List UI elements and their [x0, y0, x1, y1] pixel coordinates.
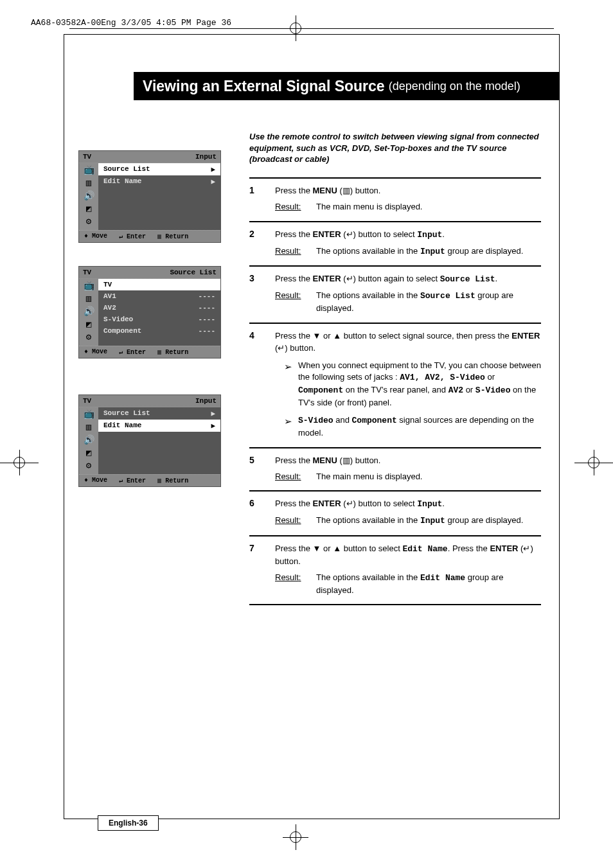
enter-icon: ↵ [346, 274, 353, 283]
osd-row: Edit Name ▶ [98, 175, 220, 188]
osd-row-label: S-Video [103, 315, 133, 323]
osd-icon: 📺 [84, 281, 94, 290]
crop-mark-right [574, 450, 613, 475]
osd-row-val: ▶ [211, 177, 215, 186]
osd-row-label: AV1 [103, 292, 116, 300]
osd-ftr-return: ▥ Return [157, 233, 188, 240]
step-body: Press the ▼ or ▲ button to select signal… [275, 330, 541, 439]
osd-icon: 📺 [84, 410, 94, 419]
osd-iconcol: 📺 ▥ 🔊 ◩ ⚙ [79, 279, 98, 346]
page-title-bar: Viewing an External Signal Source (depen… [134, 72, 559, 100]
print-header: AA68-03582A-00Eng 3/3/05 4:05 PM Page 36 [31, 18, 231, 28]
osd-row: Source List ▶ [98, 163, 220, 175]
step-body: Press the ▼ or ▲ button to select Edit N… [275, 543, 541, 596]
step-body: Press the ENTER (↵) button to select Inp… [275, 498, 541, 527]
osd-ftr-move: ♦ Move [84, 233, 107, 240]
osd-row-label: AV2 [103, 304, 116, 312]
result-label: Result: [275, 201, 316, 213]
osd-panel-source-list: TV Source List 📺 ▥ 🔊 ◩ ⚙ TV AV1 ---- AV2… [78, 266, 221, 359]
note-arrow-icon: ➢ [284, 360, 298, 409]
result-text: The main menu is displayed. [316, 201, 422, 213]
osd-icon: 🔊 [84, 436, 94, 445]
enter-icon: ↵ [278, 343, 285, 353]
page-title: Viewing an External Signal Source [143, 78, 385, 95]
result-text: The options available in the Source List… [316, 290, 541, 315]
osd-row-val: ▶ [211, 409, 215, 418]
osd-row-val: ▶ [211, 165, 215, 173]
osd-icon: ▥ [86, 179, 91, 188]
step: 4 Press the ▼ or ▲ button to select sign… [249, 323, 541, 447]
page-number: English-36 [98, 815, 159, 831]
osd-row-val: ---- [199, 327, 215, 335]
osd-icon: ◩ [86, 204, 91, 213]
osd-row: Edit Name ▶ [98, 420, 220, 432]
step: 7 Press the ▼ or ▲ button to select Edit… [249, 535, 541, 605]
osd-row-label: Component [103, 327, 141, 335]
osd-ftr-return: ▥ Return [157, 477, 188, 484]
enter-icon: ↵ [523, 544, 530, 553]
step-number: 2 [249, 229, 275, 258]
page-subtitle: (depending on the model) [389, 80, 520, 93]
menu-icon: ▥ [342, 456, 350, 465]
osd-row-val: ▶ [211, 421, 215, 430]
osd-icon: 🔊 [84, 307, 94, 316]
result-label: Result: [275, 471, 316, 483]
step-subnote: ➢ When you connect equipment to the TV, … [275, 360, 541, 409]
osd-icon: ▥ [86, 294, 91, 303]
step-number: 4 [249, 330, 275, 439]
osd-row: AV2 ---- [98, 302, 220, 314]
osd-row-val: ---- [199, 292, 215, 300]
osd-hdr-left: TV [83, 269, 91, 276]
result-label: Result: [275, 245, 316, 258]
osd-hdr-left: TV [83, 153, 91, 161]
osd-icon: ⚙ [86, 333, 91, 342]
osd-row-val: ---- [199, 315, 215, 323]
result-text: The options available in the Input group… [316, 245, 523, 258]
result-text: The main menu is displayed. [316, 471, 422, 483]
page-inner-rule [69, 28, 554, 29]
step-number: 7 [249, 543, 275, 596]
osd-ftr-move: ♦ Move [84, 477, 107, 484]
enter-icon: ↵ [346, 229, 353, 239]
osd-icon: ⚙ [86, 217, 91, 226]
osd-row: Source List ▶ [98, 407, 220, 420]
step-number: 5 [249, 455, 275, 483]
osd-row-label: Source List [103, 409, 150, 418]
osd-iconcol: 📺 ▥ 🔊 ◩ ⚙ [79, 163, 98, 230]
result-label: Result: [275, 290, 316, 315]
step: 6 Press the ENTER (↵) button to select I… [249, 490, 541, 535]
step-body: Press the ENTER (↵) button to select Inp… [275, 229, 541, 258]
osd-row: S-Video ---- [98, 314, 220, 325]
crop-mark-bottom [283, 824, 308, 850]
enter-icon: ↵ [346, 499, 353, 508]
osd-panel-input-2: TV Input 📺 ▥ 🔊 ◩ ⚙ Source List ▶ Edit Na… [78, 394, 221, 487]
osd-row-label: TV [103, 281, 112, 288]
osd-row-label: Edit Name [103, 177, 141, 186]
steps-list: 1 Press the MENU (▥) button. Result: The… [249, 177, 541, 605]
osd-hdr-right: Input [195, 153, 217, 161]
osd-row: TV [98, 279, 220, 290]
osd-row-label: Source List [103, 165, 150, 173]
intro-text: Use the remote control to switch between… [249, 131, 541, 165]
osd-row-val: ---- [199, 304, 215, 312]
osd-ftr-enter: ↵ Enter [119, 348, 146, 356]
osd-hdr-right: Source List [170, 269, 217, 276]
result-label: Result: [275, 515, 316, 527]
osd-panel-input-1: TV Input 📺 ▥ 🔊 ◩ ⚙ Source List ▶ Edit Na… [78, 150, 221, 243]
step: 1 Press the MENU (▥) button. Result: The… [249, 177, 541, 221]
step-number: 6 [249, 498, 275, 527]
step: 5 Press the MENU (▥) button. Result: The… [249, 447, 541, 491]
osd-ftr-return: ▥ Return [157, 348, 188, 356]
result-text: The options available in the Input group… [316, 515, 523, 527]
osd-row: Component ---- [98, 325, 220, 337]
osd-hdr-right: Input [195, 397, 217, 405]
step-number: 1 [249, 185, 275, 213]
result-label: Result: [275, 572, 316, 597]
osd-ftr-enter: ↵ Enter [119, 477, 146, 484]
osd-icon: ▥ [86, 423, 91, 432]
menu-icon: ▥ [342, 186, 350, 195]
osd-row: AV1 ---- [98, 290, 220, 302]
osd-icon: ◩ [86, 320, 91, 329]
note-arrow-icon: ➢ [284, 414, 298, 439]
osd-icon: ⚙ [86, 461, 91, 470]
